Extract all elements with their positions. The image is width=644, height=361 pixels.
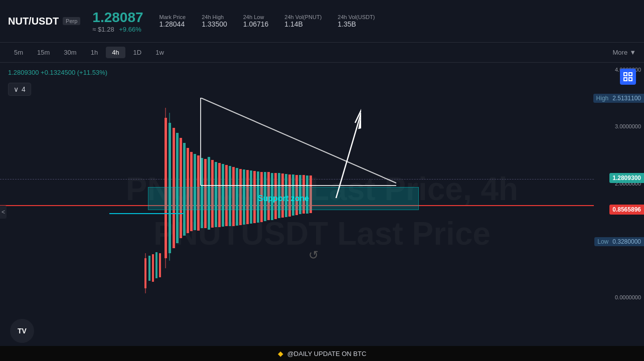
price-change: +9.66%	[119, 26, 141, 33]
vol-usdt-block: 24h Vol(USDT) 1.35B	[338, 14, 375, 28]
tf-5m[interactable]: 5m	[8, 47, 29, 58]
symbol-name: NUT/USDT Perp	[8, 16, 80, 27]
low-block: 24h Low 1.06716	[243, 14, 269, 28]
svg-rect-1	[629, 73, 632, 76]
mark-price-label: Mark Price	[159, 14, 186, 20]
triangle-annotation	[135, 98, 416, 223]
low-label: 24h Low	[243, 14, 269, 20]
svg-rect-11	[148, 256, 150, 281]
bottom-banner: ◆ @DAILY UPDATE ON BTC	[0, 346, 644, 361]
red-price-line: 0.8565896	[609, 205, 644, 215]
low-box: Low 0.3280000	[594, 237, 644, 246]
current-price-line: 1.2809300	[609, 173, 644, 183]
timeframe-bar: 5m 15m 30m 1h 4h 1D 1w More ▼	[0, 43, 644, 63]
tf-more-label: More	[613, 49, 628, 56]
high-block: 24h High 1.33500	[202, 14, 227, 28]
svg-rect-0	[624, 73, 627, 76]
tv-logo-text: TV	[18, 327, 27, 335]
svg-rect-14	[159, 253, 161, 277]
refresh-symbol: ↺	[308, 248, 318, 262]
svg-rect-13	[155, 252, 157, 278]
price-usd: ≈ $1.28	[92, 26, 114, 33]
vol-pnut-label: 24h Vol(PNUT)	[284, 14, 321, 20]
svg-line-7	[336, 113, 361, 198]
price-sub: ≈ $1.28 +9.66%	[92, 26, 143, 33]
high-box-value: 2.5131100	[612, 95, 641, 102]
svg-line-4	[201, 98, 396, 183]
vol-usdt-value: 1.35B	[338, 20, 375, 28]
low-box-label: Low	[597, 238, 608, 245]
high-box-label: High	[596, 95, 609, 102]
tf-30m[interactable]: 30m	[58, 47, 82, 58]
tf-4h[interactable]: 4h	[106, 47, 125, 58]
svg-rect-12	[152, 254, 154, 282]
fullscreen-svg	[623, 72, 632, 81]
price-block: 1.28087 ≈ $1.28 +9.66%	[92, 10, 143, 33]
diamond-icon: ◆	[278, 349, 283, 357]
chart-area: < PNUTUSDT Last Price, 4h PNUTUSDT Last …	[0, 63, 644, 361]
svg-rect-2	[624, 78, 627, 81]
low-value: 1.06716	[243, 20, 269, 28]
current-price-info: 1.2809300 +0.1324500 (+11.53%)	[8, 69, 107, 76]
price-tick-3: 3.0000000	[597, 123, 641, 129]
refresh-icon[interactable]: ↺	[308, 248, 318, 262]
tf-15m[interactable]: 15m	[31, 47, 56, 58]
arrow-annotation	[311, 103, 361, 203]
left-collapse-arrow[interactable]: <	[0, 206, 7, 219]
chevron-down-icon: ▼	[629, 49, 636, 56]
svg-rect-3	[629, 78, 632, 81]
price-tick-0: 0.0000000	[597, 294, 641, 300]
high-value: 1.33500	[202, 20, 227, 28]
tf-1d[interactable]: 1D	[127, 47, 148, 58]
vol-usdt-label: 24h Vol(USDT)	[338, 14, 375, 20]
bottom-banner-text: @DAILY UPDATE ON BTC	[287, 350, 367, 357]
vol-pnut-block: 24h Vol(PNUT) 1.14B	[284, 14, 321, 28]
tradingview-logo[interactable]: TV	[10, 319, 34, 343]
header: NUT/USDT Perp 1.28087 ≈ $1.28 +9.66% Mar…	[0, 0, 644, 43]
interval-value: 4	[22, 85, 26, 93]
symbol-text: NUT/USDT	[8, 16, 59, 27]
mark-price-block: Mark Price 1.28044	[159, 14, 186, 28]
tf-more[interactable]: More ▼	[613, 49, 636, 56]
chevron-down-small-icon: ∨	[14, 85, 19, 93]
fullscreen-icon[interactable]	[620, 69, 636, 85]
tf-1w[interactable]: 1w	[149, 47, 170, 58]
tf-1h[interactable]: 1h	[85, 47, 104, 58]
vol-pnut-value: 1.14B	[284, 20, 321, 28]
mark-price-value: 1.28044	[159, 20, 186, 28]
perp-badge: Perp	[63, 17, 80, 25]
symbol-block: NUT/USDT Perp	[8, 16, 80, 27]
low-box-value: 0.3280000	[612, 238, 641, 245]
interval-badge[interactable]: ∨ 4	[8, 83, 31, 96]
main-price: 1.28087	[92, 10, 143, 26]
high-label: 24h High	[202, 14, 227, 20]
high-box: High 2.5131100	[593, 94, 644, 103]
